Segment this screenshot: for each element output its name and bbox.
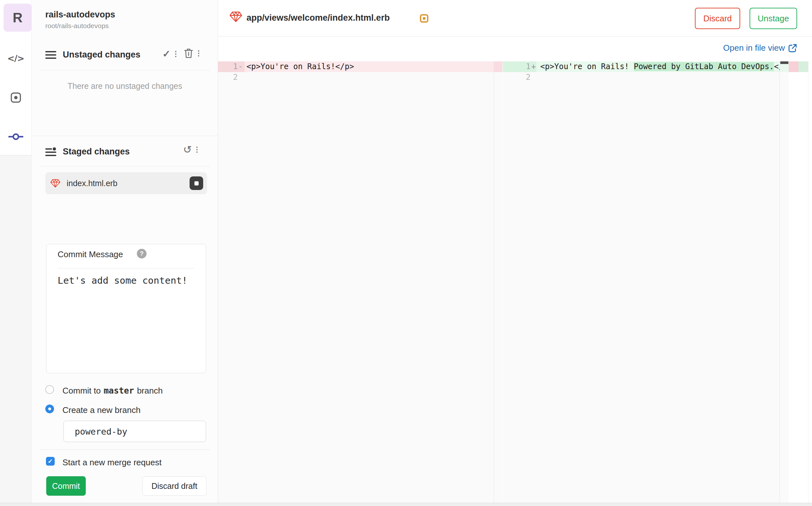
unstaged-empty-state: There are no unstaged changes bbox=[32, 81, 218, 91]
ruby-file-icon bbox=[51, 179, 60, 188]
staged-section-title: Staged changes bbox=[63, 147, 130, 157]
radio-create-new-branch[interactable] bbox=[45, 405, 54, 413]
left-line-number-2: 2 bbox=[218, 72, 238, 83]
unstage-button-label: Unstage bbox=[758, 14, 789, 23]
activity-bar: R </> bbox=[0, 0, 32, 506]
staged-file-row[interactable]: index.html.erb bbox=[45, 172, 207, 194]
commit-message-card: Commit Message ? Let's add some content! bbox=[46, 244, 206, 373]
open-in-file-view-link[interactable]: Open in file view bbox=[723, 43, 797, 53]
open-in-file-view-label: Open in file view bbox=[723, 43, 785, 53]
master-branch-name: master bbox=[104, 386, 134, 396]
undo-icon: ↺ bbox=[183, 144, 192, 155]
branch-name-input[interactable] bbox=[63, 421, 206, 442]
file-modified-dot bbox=[423, 17, 425, 20]
staged-list-icon bbox=[45, 147, 56, 156]
right-scrollbar[interactable] bbox=[780, 61, 789, 503]
git-commit-icon bbox=[8, 132, 23, 142]
left-line-number-1: 1 bbox=[218, 61, 238, 72]
file-modified-badge-dot bbox=[194, 181, 199, 185]
right-line-number-2: 2 bbox=[503, 72, 531, 83]
commit-panel: rails-autodevops root/rails-autodevops U… bbox=[32, 0, 218, 506]
diff-view: 1 - <p>You're on Rails!</p> 2 1 + <p>You… bbox=[218, 61, 812, 503]
discard-draft-button[interactable]: Discard draft bbox=[142, 476, 206, 496]
right-code-unchanged: <p>You're on Rails! bbox=[540, 62, 634, 71]
scrollbar-change-marker bbox=[780, 61, 789, 64]
unstage-all-dots-icon: ⋮ bbox=[194, 144, 201, 155]
commit-message-label: Commit Message bbox=[58, 249, 123, 259]
commit-message-divider bbox=[58, 268, 194, 268]
removed-marker: - bbox=[238, 61, 245, 72]
discard-all-dots-icon: ⋮ bbox=[195, 48, 202, 59]
help-glyph: ? bbox=[140, 250, 144, 257]
overview-ruler-edge bbox=[808, 61, 808, 503]
file-modified-badge bbox=[190, 176, 203, 190]
right-line-number-1: 1 bbox=[503, 61, 531, 72]
added-marker: + bbox=[531, 61, 538, 72]
external-link-icon bbox=[788, 44, 797, 53]
discard-file-button[interactable]: Discard bbox=[695, 8, 740, 29]
help-icon[interactable]: ? bbox=[137, 249, 146, 258]
file-modified-icon bbox=[420, 14, 428, 23]
trash-icon bbox=[184, 48, 194, 59]
overview-ruler-added-marker bbox=[798, 61, 808, 72]
tab-commit[interactable] bbox=[0, 126, 31, 147]
commit-button[interactable]: Commit bbox=[46, 476, 86, 496]
code-icon: </> bbox=[7, 53, 24, 63]
project-avatar-letter: R bbox=[13, 10, 22, 25]
tab-edit[interactable]: </> bbox=[0, 48, 31, 69]
unstaged-list-icon bbox=[45, 51, 56, 60]
ruby-file-icon bbox=[230, 11, 242, 22]
tab-review[interactable] bbox=[0, 87, 31, 108]
review-icon bbox=[10, 92, 21, 103]
stage-all-button[interactable]: ✓ ⋮ bbox=[162, 49, 179, 60]
merge-request-label: Start a new merge request bbox=[62, 457, 161, 468]
activity-bar-footer bbox=[0, 155, 31, 503]
create-new-branch-label: Create a new branch bbox=[62, 405, 140, 415]
left-scrollbar-removed-marker bbox=[494, 61, 502, 72]
form-divider bbox=[40, 449, 210, 450]
project-name: rails-autodevops bbox=[45, 10, 115, 20]
commit-to-suffix: branch bbox=[137, 386, 163, 396]
staged-divider bbox=[40, 166, 210, 166]
project-avatar: R bbox=[4, 4, 32, 32]
diff-right-pane bbox=[503, 61, 780, 503]
project-namespace: root/rails-autodevops bbox=[45, 22, 109, 30]
unstage-file-button[interactable]: Unstage bbox=[750, 8, 797, 29]
unstage-all-button[interactable]: ↺ ⋮ bbox=[183, 144, 201, 155]
unstaged-section-title: Unstaged changes bbox=[63, 50, 140, 60]
discard-button-label: Discard bbox=[703, 14, 732, 23]
overview-ruler-removed-marker bbox=[789, 61, 798, 72]
file-path: app/views/welcome/index.html.erb bbox=[247, 13, 390, 23]
editor-area: app/views/welcome/index.html.erb Discard… bbox=[218, 0, 812, 506]
file-header-bar: app/views/welcome/index.html.erb Discard… bbox=[218, 0, 812, 36]
radio-selected-dot bbox=[48, 408, 51, 410]
checkbox-check-icon: ✓ bbox=[48, 457, 53, 465]
merge-request-checkbox[interactable]: ✓ bbox=[46, 457, 55, 466]
bottom-status-strip bbox=[0, 503, 812, 506]
stage-all-check-icon: ✓ bbox=[162, 49, 171, 60]
left-line-1-code: <p>You're on Rails!</p> bbox=[247, 61, 354, 72]
commit-to-master-label: Commit to master branch bbox=[62, 386, 163, 396]
right-code-added-highlight: Powered by GitLab Auto DevOps. bbox=[634, 62, 774, 71]
discard-draft-label: Discard draft bbox=[151, 482, 197, 491]
commit-button-label: Commit bbox=[52, 482, 80, 491]
stage-all-dots-icon: ⋮ bbox=[172, 49, 179, 60]
discard-all-button[interactable]: ⋮ bbox=[184, 48, 202, 59]
right-line-1-code: <p>You're on Rails! Powered by GitLab Au… bbox=[540, 61, 793, 72]
staged-file-name: index.html.erb bbox=[67, 179, 118, 188]
diff-left-pane bbox=[218, 61, 494, 503]
radio-commit-to-master[interactable] bbox=[45, 385, 54, 394]
commit-to-prefix: Commit to bbox=[62, 386, 100, 396]
left-scrollbar[interactable] bbox=[494, 61, 502, 503]
commit-message-textarea[interactable]: Let's add some content! bbox=[58, 275, 188, 286]
